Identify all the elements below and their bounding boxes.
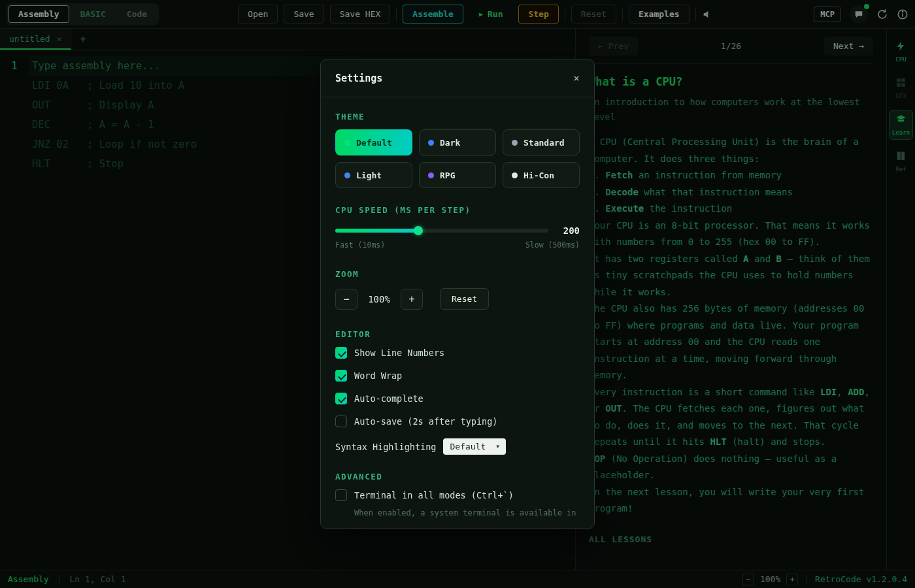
theme-option-dark[interactable]: Dark (419, 129, 496, 155)
chevron-down-icon: ▼ (496, 444, 499, 449)
checkbox-label: Auto-complete (354, 393, 424, 404)
theme-option-hicon[interactable]: Hi-Con (503, 162, 580, 188)
theme-option-label: Light (356, 171, 382, 180)
speed-min-label: Fast (10ms) (335, 240, 385, 250)
zoom-reset-button[interactable]: Reset (440, 288, 489, 310)
theme-color-dot (428, 172, 434, 178)
cpu-speed-section-label: CPU SPEED (MS PER STEP) (335, 205, 580, 215)
checkbox[interactable] (335, 370, 347, 382)
zoom-decrease-button[interactable]: − (335, 289, 358, 310)
speed-slider-thumb[interactable] (414, 226, 423, 235)
settings-title: Settings (335, 73, 382, 84)
theme-option-label: RPG (440, 171, 455, 180)
terminal-help-text: When enabled, a system terminal is avail… (354, 507, 580, 519)
checkbox[interactable] (335, 489, 347, 501)
setting-word-wrap[interactable]: Word Wrap (335, 370, 580, 382)
checkbox-label: Show Line Numbers (354, 348, 444, 358)
close-icon[interactable]: × (573, 72, 580, 84)
settings-body: THEME Default Dark Standard Light RPG (321, 97, 594, 519)
theme-option-default[interactable]: Default (335, 129, 412, 155)
theme-option-label: Hi-Con (524, 171, 554, 180)
theme-option-rpg[interactable]: RPG (419, 162, 496, 188)
zoom-increase-button[interactable]: + (401, 289, 423, 310)
zoom-value: 100% (364, 294, 394, 304)
theme-section-label: THEME (335, 112, 580, 122)
theme-option-label: Standard (524, 138, 565, 148)
zoom-controls: − 100% + Reset (335, 288, 580, 310)
zoom-section-label: ZOOM (335, 269, 580, 279)
cpu-speed-row: 200 (335, 225, 580, 236)
advanced-section-label: ADVANCED (335, 472, 580, 482)
theme-color-dot (344, 172, 350, 178)
setting-terminal-all-modes[interactable]: Terminal in all modes (Ctrl+`) (335, 489, 580, 501)
theme-color-dot (344, 140, 350, 146)
syntax-highlighting-select[interactable]: Default ▼ (443, 438, 506, 455)
theme-color-dot (428, 140, 434, 146)
setting-show-line-numbers[interactable]: Show Line Numbers (335, 347, 580, 359)
theme-option-label: Default (356, 138, 392, 148)
editor-section-label: EDITOR (335, 329, 580, 339)
theme-color-dot (512, 172, 518, 178)
speed-max-label: Slow (500ms) (525, 240, 580, 250)
checkbox-label: Terminal in all modes (Ctrl+`) (354, 490, 514, 500)
cpu-speed-value: 200 (557, 225, 580, 236)
checkbox[interactable] (335, 416, 347, 427)
theme-option-label: Dark (440, 138, 460, 148)
checkbox[interactable] (335, 347, 347, 359)
speed-slider-fill (335, 229, 418, 233)
setting-auto-complete[interactable]: Auto-complete (335, 393, 580, 404)
syntax-highlighting-row: Syntax Highlighting Default ▼ (335, 438, 580, 455)
settings-dialog: Settings × THEME Default Dark Standard L… (320, 59, 595, 529)
speed-scale: Fast (10ms) Slow (500ms) (335, 240, 580, 250)
setting-auto-save[interactable]: Auto-save (2s after typing) (335, 416, 580, 427)
cpu-speed-slider[interactable] (335, 229, 548, 233)
settings-header: Settings × (321, 59, 594, 97)
theme-options: Default Dark Standard Light RPG Hi-Con (335, 129, 580, 188)
theme-option-light[interactable]: Light (335, 162, 412, 188)
syntax-highlighting-value: Default (450, 442, 486, 451)
checkbox[interactable] (335, 393, 347, 404)
theme-option-standard[interactable]: Standard (503, 129, 580, 155)
checkbox-label: Word Wrap (354, 370, 402, 381)
theme-color-dot (512, 140, 518, 146)
syntax-highlighting-label: Syntax Highlighting (335, 442, 436, 452)
checkbox-label: Auto-save (2s after typing) (354, 416, 497, 427)
